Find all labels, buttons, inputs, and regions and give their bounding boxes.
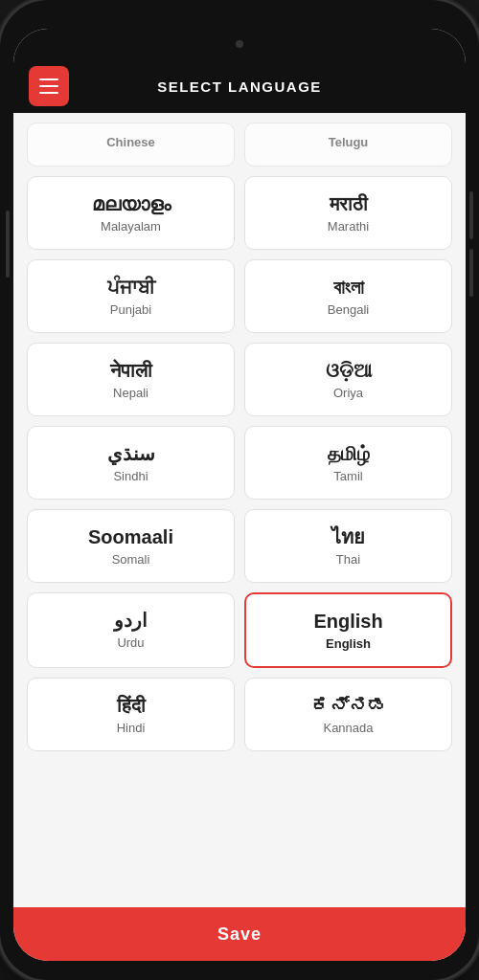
language-card-punjabi[interactable]: ਪੰਜਾਬੀPunjabi <box>27 259 235 333</box>
language-grid: മലയാളംMalayalamमराठीMarathiਪੰਜਾਬੀPunjabi… <box>27 176 452 751</box>
save-bar[interactable]: Save <box>13 907 466 961</box>
top-partial-row: Chinese Telugu <box>27 122 452 167</box>
camera-dot <box>236 40 243 48</box>
power-button <box>6 211 10 278</box>
language-card-hindi[interactable]: हिंदीHindi <box>27 678 235 751</box>
language-card-urdu[interactable]: اردوUrdu <box>27 592 235 668</box>
lang-native-text: ไทย <box>255 525 442 548</box>
phone-screen: SELECT LANGUAGE Chinese Telugu മലയാളംMal… <box>13 29 466 961</box>
menu-line-3 <box>39 92 58 94</box>
menu-button[interactable] <box>29 66 69 106</box>
menu-line-2 <box>39 85 58 87</box>
save-label: Save <box>217 924 262 945</box>
partial-telugu-label: Telugu <box>257 135 440 150</box>
lang-english-text: Kannada <box>255 721 442 735</box>
lang-native-text: Soomaali <box>37 525 224 548</box>
partial-chinese-label: Chinese <box>39 135 222 150</box>
lang-native-text: मराठी <box>255 192 442 215</box>
language-card-english[interactable]: EnglishEnglish <box>244 592 452 668</box>
partial-card-telugu: Telugu <box>244 122 452 167</box>
language-card-malayalam[interactable]: മലയാളംMalayalam <box>27 176 235 250</box>
lang-english-text: Sindhi <box>37 469 224 483</box>
lang-english-text: Thai <box>255 552 442 567</box>
lang-native-text: سنڌي <box>37 442 224 465</box>
menu-line-1 <box>39 78 58 80</box>
lang-english-text: Malayalam <box>37 219 224 234</box>
lang-native-text: हिंदी <box>37 694 224 717</box>
status-bar <box>13 29 466 59</box>
lang-english-text: Tamil <box>255 469 442 483</box>
language-card-nepali[interactable]: नेपालीNepali <box>27 343 235 416</box>
lang-english-text: Punjabi <box>37 302 224 317</box>
volume-down-button <box>469 249 473 297</box>
language-card-kannada[interactable]: ಕನ್ನಡKannada <box>244 678 452 751</box>
lang-native-text: नेपाली <box>37 359 224 382</box>
lang-native-text: বাংলা <box>255 276 442 299</box>
language-card-marathi[interactable]: मराठीMarathi <box>244 176 452 250</box>
lang-native-text: ଓଡ଼ିଆ <box>255 359 442 382</box>
language-card-oriya[interactable]: ଓଡ଼ିଆOriya <box>244 343 452 416</box>
language-card-sindhi[interactable]: سنڌيSindhi <box>27 426 235 500</box>
language-card-bengali[interactable]: বাংলাBengali <box>244 259 452 333</box>
lang-native-text: اردو <box>37 609 224 632</box>
language-grid-container: Chinese Telugu മലയാളംMalayalamमराठीMarat… <box>13 113 466 907</box>
lang-english-text: Nepali <box>37 386 224 400</box>
camera-notch <box>211 37 268 51</box>
language-card-tamil[interactable]: தமிழ்Tamil <box>244 426 452 500</box>
phone-shell: SELECT LANGUAGE Chinese Telugu മലയാളംMal… <box>0 0 479 980</box>
lang-english-text: Hindi <box>37 721 224 735</box>
lang-english-text: Urdu <box>37 635 224 650</box>
lang-english-text: English <box>256 636 441 651</box>
partial-card-chinese: Chinese <box>27 122 235 167</box>
lang-native-text: English <box>256 610 441 633</box>
lang-english-text: Oriya <box>255 386 442 400</box>
lang-native-text: മലയാളം <box>37 192 224 215</box>
language-card-somali[interactable]: SoomaaliSomali <box>27 509 235 583</box>
volume-up-button <box>469 191 473 239</box>
lang-native-text: ಕನ್ನಡ <box>255 694 442 717</box>
lang-native-text: ਪੰਜਾਬੀ <box>37 276 224 299</box>
lang-english-text: Somali <box>37 552 224 567</box>
lang-native-text: தமிழ் <box>255 442 442 465</box>
header-title: SELECT LANGUAGE <box>69 78 410 95</box>
app-header: SELECT LANGUAGE <box>13 59 466 113</box>
lang-english-text: Marathi <box>255 219 442 234</box>
language-card-thai[interactable]: ไทยThai <box>244 509 452 583</box>
lang-english-text: Bengali <box>255 302 442 317</box>
